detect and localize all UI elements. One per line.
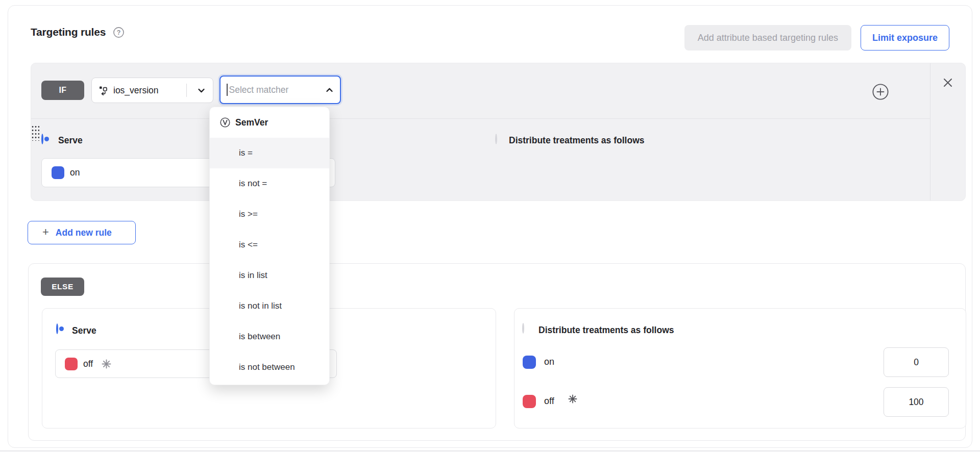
else-distribute-label: Distribute treatments as follows: [538, 325, 674, 336]
add-new-rule-button[interactable]: + Add new rule: [28, 221, 136, 244]
percent-input[interactable]: [884, 387, 949, 417]
matcher-placeholder: Select matcher: [229, 85, 289, 95]
help-icon[interactable]: ?: [113, 27, 125, 38]
treatment-swatch: [52, 166, 64, 179]
targeting-rules-panel: Targeting rules ? Add attribute based ta…: [8, 5, 972, 448]
divider: [186, 84, 187, 97]
treatment-label: on: [544, 357, 554, 367]
percent-input[interactable]: [884, 347, 949, 377]
page-title: Targeting rules: [31, 26, 106, 38]
add-attribute-rules-button[interactable]: Add attribute based targeting rules: [684, 25, 851, 51]
attribute-label: ios_version: [113, 85, 159, 96]
treatment-label: on: [70, 167, 80, 178]
drag-handle-icon[interactable]: [31, 124, 39, 141]
rule-actions-column: [930, 63, 965, 200]
dropdown-option[interactable]: is <=: [210, 230, 329, 260]
dropdown-option[interactable]: is between: [210, 321, 329, 352]
bottom-divider: [0, 450, 980, 451]
semver-icon: [219, 117, 231, 128]
serve-label: Serve: [58, 135, 83, 146]
dropdown-option[interactable]: is not =: [210, 168, 329, 199]
chevron-up-icon: [325, 86, 334, 94]
attribute-select[interactable]: ios_version: [91, 78, 213, 103]
group-label: SemVer: [235, 117, 268, 128]
close-icon[interactable]: [942, 77, 953, 88]
else-serve-label: Serve: [72, 325, 96, 336]
treatment-label: off: [83, 359, 93, 369]
treatment-swatch: [523, 356, 536, 369]
dropdown-option[interactable]: is not between: [210, 352, 329, 383]
attribute-icon: [99, 86, 109, 95]
treatment-swatch: [523, 395, 536, 408]
svg-text:?: ?: [117, 29, 121, 36]
treatment-label: off: [544, 396, 554, 407]
else-card: ELSE Serve off Distribute treatment: [28, 263, 966, 441]
distribute-radio[interactable]: [495, 134, 497, 144]
matcher-dropdown: SemVer is = is not = is >= is <= is in l…: [209, 107, 330, 385]
else-distribute-radio[interactable]: [522, 323, 524, 334]
limit-exposure-button[interactable]: Limit exposure: [861, 25, 949, 51]
text-caret: [227, 84, 228, 96]
dropdown-option[interactable]: is >=: [210, 199, 329, 230]
else-badge: ELSE: [41, 278, 84, 296]
dropdown-option[interactable]: is =: [210, 138, 329, 168]
dropdown-option[interactable]: is in list: [210, 260, 329, 291]
dropdown-option[interactable]: is not in list: [210, 291, 329, 321]
if-badge: IF: [41, 81, 84, 100]
plus-icon: +: [42, 226, 49, 238]
else-serve-radio[interactable]: [56, 323, 58, 334]
plus-circle-icon[interactable]: [872, 83, 889, 100]
rule-card: IF ios_version Select: [31, 63, 966, 201]
chevron-down-icon: [197, 86, 206, 95]
default-treatment-icon: [568, 394, 577, 404]
else-distribute-card: Distribute treatments as follows on off: [514, 308, 966, 429]
rule-condition-row: IF ios_version Select: [31, 63, 930, 119]
serve-radio[interactable]: [41, 134, 43, 144]
default-treatment-icon: [102, 359, 111, 369]
dropdown-group-header: SemVer: [210, 107, 329, 138]
matcher-select[interactable]: Select matcher: [219, 76, 341, 104]
treatment-swatch: [65, 358, 78, 370]
distribute-label: Distribute treatments as follows: [509, 135, 644, 146]
